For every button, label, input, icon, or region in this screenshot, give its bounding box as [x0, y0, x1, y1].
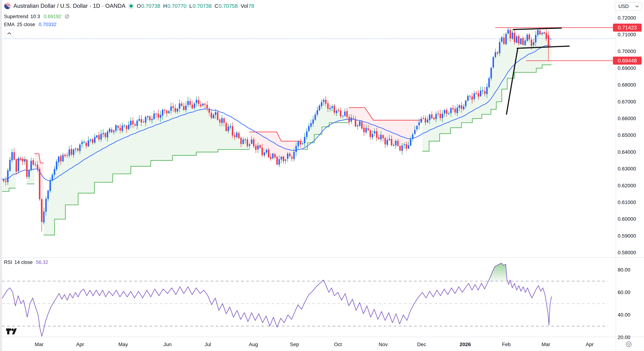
price-axis-label: 0.59000	[618, 233, 636, 239]
rsi-axis-label: 40.00	[618, 312, 630, 318]
time-axis-label: Mar	[542, 341, 550, 348]
collapse-legend-button[interactable]	[4, 29, 14, 37]
tradingview-chart-window: Australian Dollar / U.S. Dollar · 1D · O…	[0, 0, 644, 351]
ema-params: 25 close	[17, 22, 35, 27]
price-axis-label: 0.65000	[618, 132, 636, 138]
time-axis-label: Aug	[249, 341, 258, 348]
time-axis-label: Apr	[76, 341, 84, 348]
collapsed-side-panel[interactable]	[0, 0, 2, 351]
price-axis-label: 0.61000	[618, 199, 636, 205]
price-axis-label: 0.62000	[618, 183, 636, 189]
price-axis-label: 0.70000	[618, 48, 636, 54]
rsi-chart-canvas[interactable]	[0, 257, 616, 337]
price-level-badge: 0.69448	[613, 57, 642, 65]
supertrend-params: 10 3	[30, 14, 40, 19]
time-axis-label: Feb	[502, 341, 511, 348]
symbol-flag-icon	[4, 2, 11, 9]
time-axis-label: Jul	[204, 341, 211, 348]
rsi-name: RSI	[4, 260, 12, 265]
indicator-disabled-icon[interactable]	[65, 14, 70, 19]
time-axis-label: Sep	[290, 341, 299, 348]
time-axis-label: Oct	[334, 341, 342, 348]
currency-label: USD	[618, 4, 629, 9]
price-axis-label: 0.68000	[618, 82, 636, 88]
indicator-row-supertrend[interactable]: Supertrend 10 3 0.69192	[4, 13, 70, 19]
ema-name: EMA	[4, 22, 15, 27]
time-axis-label: Nov	[378, 341, 388, 348]
symbol-title[interactable]: Australian Dollar / U.S. Dollar · 1D · O…	[14, 3, 126, 9]
supertrend-name: Supertrend	[4, 14, 28, 19]
time-axis-label: Mar	[35, 341, 44, 348]
price-axis-label: 0.60000	[618, 216, 636, 222]
price-chart-canvas[interactable]	[0, 0, 616, 257]
rsi-axis-label: 80.00	[618, 267, 630, 273]
time-axis-label: Dec	[417, 341, 426, 348]
price-axis-label: 0.63000	[618, 166, 636, 172]
supertrend-value: 0.69192	[44, 14, 62, 19]
price-axis-label: 0.58000	[618, 250, 636, 256]
price-axis-label: 0.72000	[618, 15, 636, 21]
price-axis-label: 0.71000	[618, 32, 636, 37]
price-axis-label: 0.66000	[618, 116, 636, 121]
symbol-header[interactable]: Australian Dollar / U.S. Dollar · 1D · O…	[4, 2, 254, 10]
price-axis-label: 0.69000	[618, 65, 636, 71]
rsi-value: 56.32	[36, 260, 48, 265]
ohlc-values: O0.70738 H0.70770 L0.70738 C0.70758 Vol7…	[137, 3, 254, 9]
time-axis-label: 2026	[460, 341, 471, 348]
ema-value: 0.70332	[39, 22, 56, 27]
timezone-settings-gear-icon[interactable]	[626, 341, 632, 347]
rsi-params: 14 close	[14, 260, 33, 265]
rsi-axis-label: 20.00	[618, 335, 630, 340]
time-axis-label: Apr	[586, 341, 594, 348]
rsi-axis-label: 60.00	[618, 290, 630, 295]
indicator-row-ema[interactable]: EMA 25 close 0.70332	[4, 21, 56, 27]
pane-separator[interactable]	[2, 257, 644, 258]
currency-selector[interactable]: USD	[615, 2, 642, 10]
time-axis-label: May	[118, 341, 128, 348]
time-axis-separator	[2, 337, 644, 337]
chevron-down-icon	[636, 5, 639, 7]
chevron-up-icon	[7, 32, 11, 35]
tradingview-logo-icon[interactable]	[6, 328, 17, 336]
price-axis-label: 0.67000	[618, 99, 636, 105]
price-axis-separator	[616, 0, 616, 351]
price-level-badge: 0.71423	[613, 23, 642, 31]
market-status-icon[interactable]	[128, 3, 134, 9]
indicator-row-rsi[interactable]: RSI 14 close 56.32	[4, 259, 48, 265]
time-axis-label: Jun	[163, 341, 172, 348]
price-axis-label: 0.64000	[618, 149, 636, 155]
